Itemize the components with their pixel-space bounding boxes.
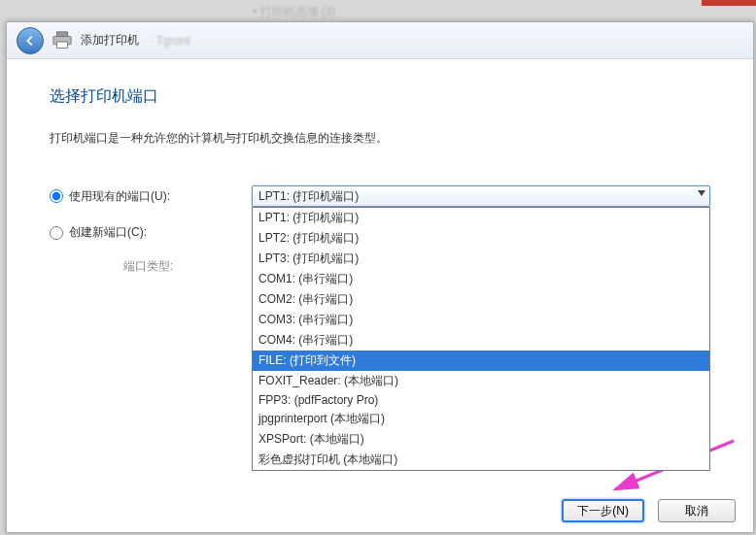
port-dropdown[interactable]: LPT1: (打印机端口)LPT2: (打印机端口)LPT3: (打印机端口)C…	[252, 207, 710, 471]
dropdown-item[interactable]: LPT2: (打印机端口)	[253, 228, 709, 249]
dropdown-item[interactable]: jpgprinterport (本地端口)	[253, 409, 709, 429]
dropdown-item[interactable]: FOXIT_Reader: (本地端口)	[253, 371, 709, 391]
topbar-blur-text: · Tgront	[147, 34, 189, 48]
radio-create-new[interactable]: 创建新端口(C):	[50, 224, 273, 241]
dropdown-item[interactable]: LPT3: (打印机端口)	[253, 249, 709, 269]
svg-rect-0	[57, 32, 68, 37]
footer: 下一步(N) 取消	[562, 499, 736, 522]
back-button[interactable]	[17, 27, 44, 54]
radio-use-existing-label[interactable]: 使用现有的端口(U):	[69, 188, 170, 205]
dropdown-item[interactable]: 彩色虚拟打印机 (本地端口)	[253, 450, 709, 470]
topbar-title: 添加打印机	[81, 32, 139, 49]
content-area: 选择打印机端口 打印机端口是一种允许您的计算机与打印机交换信息的连接类型。 使用…	[7, 59, 753, 275]
dropdown-item[interactable]: COM4: (串行端口)	[253, 330, 709, 351]
port-combobox[interactable]: LPT1: (打印机端口)	[252, 185, 710, 207]
dropdown-item[interactable]: XPSPort: (本地端口)	[253, 429, 709, 450]
row-use-existing: 使用现有的端口(U): LPT1: (打印机端口) LPT1: (打印机端口)L…	[50, 185, 710, 207]
dropdown-item[interactable]: LPT1: (打印机端口)	[253, 208, 709, 228]
dropdown-item[interactable]: FILE: (打印到文件)	[253, 351, 709, 371]
port-combo-wrap: LPT1: (打印机端口) LPT1: (打印机端口)LPT2: (打印机端口)…	[252, 185, 710, 207]
dropdown-item[interactable]: COM1: (串行端口)	[253, 269, 709, 289]
next-button[interactable]: 下一步(N)	[562, 499, 644, 522]
page-subtext: 打印机端口是一种允许您的计算机与打印机交换信息的连接类型。	[50, 130, 710, 147]
dropdown-item[interactable]: FPP3: (pdfFactory Pro)	[253, 391, 709, 409]
cancel-button[interactable]: 取消	[658, 499, 736, 522]
port-type-label: 端口类型:	[50, 258, 273, 275]
chevron-down-icon	[698, 190, 705, 196]
radio-create-new-label[interactable]: 创建新端口(C):	[69, 224, 147, 241]
dropdown-item[interactable]: COM2: (串行端口)	[253, 289, 709, 310]
radio-use-existing[interactable]: 使用现有的端口(U):	[50, 188, 252, 205]
radio-create-new-input[interactable]	[50, 226, 63, 240]
window-close-fragment	[702, 0, 756, 6]
port-combobox-value: LPT1: (打印机端口)	[258, 188, 359, 205]
printer-icon	[52, 31, 73, 50]
svg-rect-2	[57, 42, 68, 48]
topbar: 添加打印机 · Tgront	[7, 22, 753, 59]
background-text: • 打印机选项 (3)	[253, 4, 336, 20]
dropdown-item[interactable]: COM3: (串行端口)	[253, 310, 709, 330]
back-arrow-icon	[23, 34, 37, 48]
wizard-window: 添加打印机 · Tgront 选择打印机端口 打印机端口是一种允许您的计算机与打…	[6, 21, 754, 533]
page-heading: 选择打印机端口	[50, 86, 710, 107]
radio-use-existing-input[interactable]	[50, 189, 63, 203]
